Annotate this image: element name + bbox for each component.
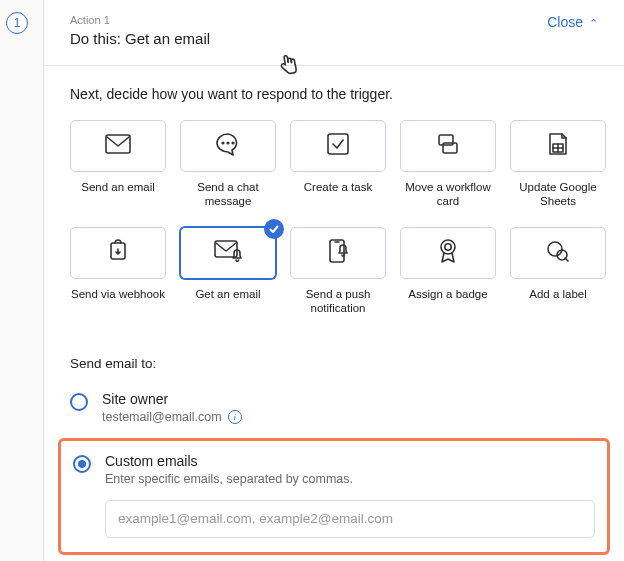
tile-surface[interactable] xyxy=(70,227,166,279)
tile-label: Add a label xyxy=(510,287,606,315)
send-to-heading: Send email to: xyxy=(70,356,598,371)
left-rail: 1 xyxy=(0,0,44,561)
label-icon xyxy=(545,239,571,267)
tile-label: Create a task xyxy=(290,180,386,208)
tile-surface[interactable] xyxy=(400,120,496,172)
step-indicator: 1 xyxy=(6,12,28,34)
tile-label: Update Google Sheets xyxy=(510,180,606,209)
highlight-box: Custom emails Enter specific emails, sep… xyxy=(58,438,610,555)
action-tile-create-task[interactable]: Create a task xyxy=(290,120,386,209)
tile-label: Send a chat message xyxy=(180,180,276,209)
tile-surface[interactable] xyxy=(180,227,276,279)
tile-surface[interactable] xyxy=(290,227,386,279)
tile-label: Send via webhook xyxy=(70,287,166,315)
tile-label: Get an email xyxy=(180,287,276,315)
radio-subtext: Enter specific emails, separated by comm… xyxy=(105,472,595,486)
selected-check-icon xyxy=(264,219,284,239)
radio-title: Site owner xyxy=(102,391,598,407)
panel-header-left: Action 1 Do this: Get an email xyxy=(70,14,210,47)
check-icon xyxy=(327,133,349,159)
site-owner-email: testemail@email.com xyxy=(102,410,222,424)
radio-option-custom-emails[interactable]: Custom emails Enter specific emails, sep… xyxy=(73,451,595,490)
svg-point-13 xyxy=(548,242,562,256)
svg-rect-4 xyxy=(328,134,348,154)
action-tile-assign-badge[interactable]: Assign a badge xyxy=(400,227,496,316)
radio-title: Custom emails xyxy=(105,453,595,469)
tile-label: Assign a badge xyxy=(400,287,496,315)
action-tile-update-sheets[interactable]: Update Google Sheets xyxy=(510,120,606,209)
chat-icon xyxy=(215,132,241,160)
cards-icon xyxy=(435,133,461,159)
info-icon[interactable]: i xyxy=(228,410,242,424)
action-tile-add-label[interactable]: Add a label xyxy=(510,227,606,316)
badge-icon xyxy=(437,238,459,268)
phone-bell-icon xyxy=(327,238,349,268)
mail-bell-icon xyxy=(214,240,242,266)
radio-body: Site owner testemail@email.com i xyxy=(102,391,598,424)
custom-emails-help: Enter specific emails, separated by comm… xyxy=(105,472,353,486)
radio-option-site-owner[interactable]: Site owner testemail@email.com i xyxy=(70,389,598,438)
action-tile-push-notif[interactable]: Send a push notification xyxy=(290,227,386,316)
svg-point-11 xyxy=(441,240,455,254)
close-label: Close xyxy=(547,14,583,30)
action-tile-get-email[interactable]: Get an email xyxy=(180,227,276,316)
tile-surface[interactable] xyxy=(290,120,386,172)
action-step-label: Action 1 xyxy=(70,14,210,26)
panel-header: Action 1 Do this: Get an email Close ⌃ xyxy=(44,0,624,66)
action-tile-send-email[interactable]: Send an email xyxy=(70,120,166,209)
radio-button[interactable] xyxy=(70,393,88,411)
svg-point-12 xyxy=(445,244,451,250)
action-tile-move-card[interactable]: Move a workflow card xyxy=(400,120,496,209)
tile-surface[interactable] xyxy=(510,120,606,172)
radio-subtext: testemail@email.com i xyxy=(102,410,598,424)
radio-body: Custom emails Enter specific emails, sep… xyxy=(105,453,595,486)
webhook-icon xyxy=(106,239,130,267)
sheets-icon xyxy=(548,132,568,160)
action-tiles-grid: Send an emailSend a chat messageCreate a… xyxy=(70,120,598,316)
tile-label: Send an email xyxy=(70,180,166,208)
action-tile-send-webhook[interactable]: Send via webhook xyxy=(70,227,166,316)
svg-rect-0 xyxy=(106,135,130,153)
svg-rect-10 xyxy=(330,240,344,262)
tile-surface[interactable] xyxy=(180,120,276,172)
svg-point-1 xyxy=(222,142,224,144)
tile-surface[interactable] xyxy=(70,120,166,172)
action-panel: Action 1 Do this: Get an email Close ⌃ N… xyxy=(44,0,624,561)
close-button[interactable]: Close ⌃ xyxy=(547,14,598,30)
tile-label: Move a workflow card xyxy=(400,180,496,209)
tile-surface[interactable] xyxy=(510,227,606,279)
radio-button[interactable] xyxy=(73,455,91,473)
action-title: Do this: Get an email xyxy=(70,30,210,47)
action-tile-send-chat[interactable]: Send a chat message xyxy=(180,120,276,209)
custom-emails-input[interactable] xyxy=(105,500,595,538)
svg-point-3 xyxy=(232,142,234,144)
panel-body: Next, decide how you want to respond to … xyxy=(44,66,624,561)
svg-point-2 xyxy=(227,142,229,144)
tile-label: Send a push notification xyxy=(290,287,386,316)
prompt-text: Next, decide how you want to respond to … xyxy=(70,86,598,102)
chevron-up-icon: ⌃ xyxy=(589,18,598,29)
tile-surface[interactable] xyxy=(400,227,496,279)
mail-icon xyxy=(105,134,131,158)
